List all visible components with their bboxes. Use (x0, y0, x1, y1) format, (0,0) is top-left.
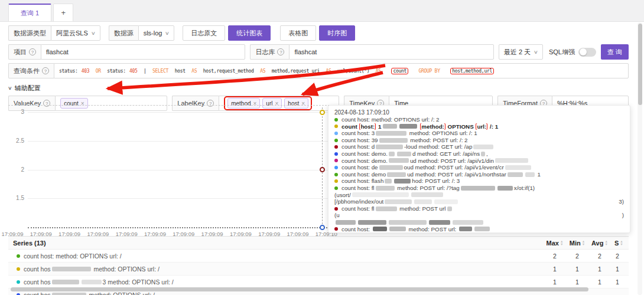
project-label-text: 项目 (14, 48, 27, 57)
condition-row: 查询条件 ? status:403 OR status:405 | SELECT… (8, 63, 629, 78)
text-fragment: count host: (341, 226, 372, 233)
series-name: count hos3 method: OPTIONS url: / (24, 278, 544, 286)
add-tab-button[interactable]: + (53, 4, 73, 21)
redacted-text (473, 145, 493, 149)
series-value: 2 (566, 253, 588, 260)
text-fragment: method: POST url (398, 205, 446, 212)
view-button-2[interactable]: 统计图表 (228, 25, 271, 41)
text-fragment: count (341, 123, 359, 130)
horizontal-scrollbar[interactable] (11, 287, 588, 291)
series-value: 1 (544, 278, 566, 286)
redacted-text (459, 227, 472, 231)
column-header-max[interactable]: Max▲▼ (544, 240, 566, 247)
redacted-text (52, 267, 91, 271)
series-dot (334, 159, 338, 162)
series-value: 2 (588, 253, 611, 260)
view-buttons: 日志原文统计图表表格图时序图 (183, 25, 355, 41)
project-input[interactable]: flashcat (41, 44, 245, 60)
hover-point (320, 167, 325, 172)
tooltip-row: count host: fl method: POST url (334, 205, 624, 212)
series-dot (334, 173, 338, 176)
tooltip-row: (u) (334, 212, 624, 219)
datasource-type-label: 数据源类型 (8, 25, 51, 41)
series-dot (334, 139, 338, 142)
redacted-text (358, 220, 386, 225)
query-token: AS (260, 68, 265, 74)
help-icon: ? (42, 67, 49, 74)
redacted-text (379, 165, 403, 170)
redacted-text (525, 172, 535, 177)
search-button[interactable]: 查 询 (601, 44, 629, 60)
query-token: AS (191, 68, 197, 74)
text-fragment: 3 method: OPTIONS url: / (103, 278, 174, 286)
vertical-scrollbar-track[interactable] (638, 22, 642, 295)
text-fragment: 3) (619, 198, 624, 205)
annotated-query-token: host,method,url (450, 68, 494, 74)
text-fragment: count host: 39 (341, 137, 378, 144)
tooltip-row: count host: 1 method: OPTIONS url: /: 1 (334, 123, 624, 130)
datasource-toolbar: 数据源类型 阿里云SLS ∨ 数据源 sls-log ∨ 日志原文统计图表表格图… (8, 25, 629, 41)
series-count-title: Series (13) (13, 240, 544, 247)
datasource-value: sls-log (144, 30, 162, 37)
redacted-text (389, 152, 395, 156)
text-fragment: [/pbhome/index/out (334, 198, 383, 205)
text-fragment: count hos (24, 266, 51, 273)
text-fragment: hod: POST url: /: 3 (412, 178, 460, 185)
tooltip-row: count host: demo.d method: GET url: /api… (334, 150, 624, 158)
main-content: 数据源类型 阿里云SLS ∨ 数据源 sls-log ∨ 日志原文统计图表表格图… (8, 22, 629, 111)
redacted-text (389, 220, 427, 225)
column-header-avg[interactable]: Avg▲▼ (588, 240, 611, 247)
series-dot (334, 124, 338, 128)
redacted-text (352, 192, 409, 197)
text-fragment: (usort/ (334, 192, 351, 199)
view-button-3[interactable]: 表格图 (280, 25, 316, 41)
series-name: count hos method: OPTIONS url: / (24, 266, 544, 273)
query-token: method,request_uri (269, 68, 322, 74)
query-token (385, 68, 388, 74)
series-value: 1 (566, 266, 588, 273)
text-fragment: count hos (24, 278, 51, 286)
sort-down-icon: ▼ (560, 243, 563, 246)
datasource-type-select[interactable]: 阿里云SLS ∨ (51, 25, 100, 41)
time-range-select[interactable]: 最近 2 天 ∨ (499, 44, 543, 60)
redacted-text (414, 199, 432, 204)
series-row[interactable]: count host: method: OPTIONS url: /2222 (8, 250, 629, 263)
series-dot (17, 254, 20, 258)
text-fragment: OPTIONS (446, 123, 476, 130)
sql-enhance-toggle[interactable] (578, 48, 596, 57)
sort-icons: ▲▼ (620, 240, 623, 245)
plus-icon: + (61, 8, 66, 17)
view-button-1[interactable]: 日志原文 (183, 25, 225, 41)
text-fragment (418, 123, 420, 130)
redacted-text (385, 199, 412, 204)
redacted-text (453, 220, 483, 225)
column-header-s[interactable]: S▲▼ (611, 240, 626, 247)
vertical-scrollbar-thumb[interactable] (638, 24, 642, 105)
redacted-text (394, 179, 411, 183)
tab-query-1[interactable]: 查询 1 (8, 4, 51, 21)
logstore-input[interactable]: flashcat (289, 44, 493, 60)
text-fragment: method: POST url: /: 2 (409, 137, 468, 144)
view-button-4[interactable]: 时序图 (319, 25, 355, 41)
query-code[interactable]: status:403 OR status:405 | SELECT host A… (54, 63, 629, 78)
series-row[interactable]: count hos method: OPTIONS url: /1111 (8, 263, 629, 276)
redacted-text (385, 179, 392, 183)
query-token: 405 (129, 68, 138, 74)
text-fragment: method: OPTIONS url: / (87, 291, 155, 295)
logstore-label: 日志库 ? (250, 44, 289, 60)
aux-config-header[interactable]: ∨ 辅助配置 (8, 84, 41, 93)
datasource-select[interactable]: sls-log ∨ (138, 25, 175, 41)
column-header-min[interactable]: Min▲▼ (566, 240, 588, 247)
redacted-text (399, 124, 417, 129)
collapse-caret-icon: ∨ (8, 86, 12, 91)
text-fragment: -loud method: GET url: /ap (404, 143, 472, 150)
help-icon: ? (29, 48, 36, 55)
series-value: 1 (611, 278, 626, 286)
redacted-text (82, 280, 102, 284)
series-dot (334, 132, 338, 135)
time-range-value: 最近 2 天 (504, 48, 531, 57)
tooltip-row: [/pbhome/index/out3) (334, 198, 624, 205)
redacted-text (52, 280, 79, 284)
series-row[interactable]: count hos3 method: OPTIONS url: /1111 (8, 276, 629, 289)
tooltip-row (334, 219, 624, 226)
